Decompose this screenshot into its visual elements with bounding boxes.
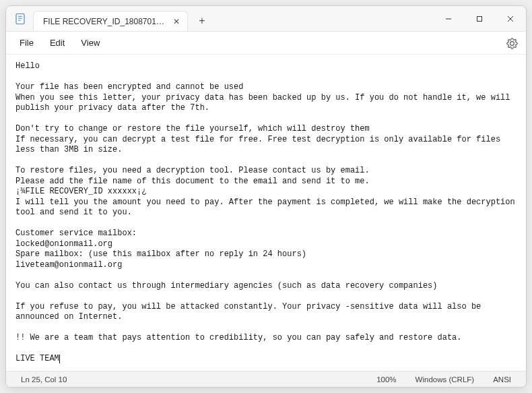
tab-close-button[interactable]: ✕ [171, 16, 182, 27]
settings-button[interactable] [504, 36, 519, 51]
window: FILE RECOVERY_ID_180870197840.t ✕ + File… [5, 5, 527, 388]
status-encoding[interactable]: ANSI [488, 375, 517, 384]
editor-area[interactable]: Hello Your file has been encrypted and c… [6, 55, 526, 371]
document-body: Hello Your file has been encrypted and c… [15, 61, 520, 363]
text-caret [59, 355, 60, 363]
status-eol[interactable]: Windows (CRLF) [410, 375, 480, 384]
gear-icon [506, 38, 518, 49]
tab-label: FILE RECOVERY_ID_180870197840.t [43, 17, 167, 26]
svg-rect-0 [16, 13, 24, 24]
app-icon [14, 13, 26, 25]
menu-file[interactable]: File [11, 35, 42, 51]
status-position[interactable]: Ln 25, Col 10 [15, 375, 72, 384]
document-text: Hello Your file has been encrypted and c… [15, 61, 517, 365]
svg-rect-5 [477, 17, 482, 22]
window-controls [433, 6, 526, 32]
titlebar: FILE RECOVERY_ID_180870197840.t ✕ + [6, 6, 526, 32]
menubar: File Edit View [6, 32, 526, 55]
minimize-button[interactable] [433, 6, 464, 32]
status-zoom[interactable]: 100% [371, 375, 401, 384]
menu-view[interactable]: View [73, 35, 108, 51]
statusbar: Ln 25, Col 10 100% Windows (CRLF) ANSI [6, 371, 526, 387]
new-tab-button[interactable]: + [193, 12, 211, 30]
maximize-button[interactable] [464, 6, 495, 32]
tab-active[interactable]: FILE RECOVERY_ID_180870197840.t ✕ [33, 11, 188, 31]
menu-edit[interactable]: Edit [42, 35, 73, 51]
close-button[interactable] [495, 6, 526, 32]
